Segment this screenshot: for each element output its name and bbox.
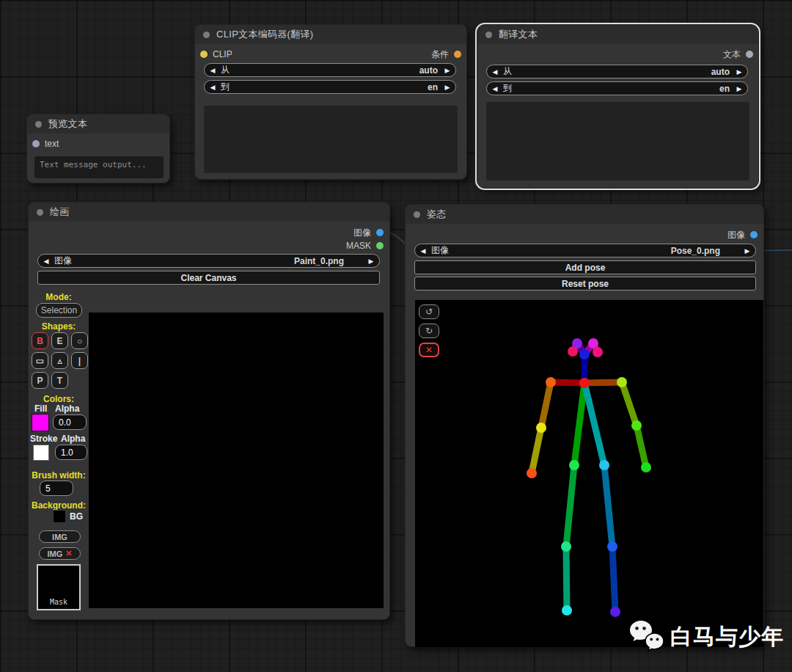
joint-left-knee[interactable]: [561, 541, 571, 552]
node-preview-text[interactable]: 预览文本 text Text message output...: [26, 114, 170, 183]
shape-button-line[interactable]: |: [71, 352, 88, 369]
output-slot-mask[interactable]: MASK: [346, 241, 384, 251]
output-dot-icon[interactable]: [376, 242, 384, 249]
bone: [604, 465, 612, 547]
output-dot-icon[interactable]: [376, 229, 384, 236]
prev-arrow-icon[interactable]: ◀: [487, 85, 503, 92]
joint-right-ear[interactable]: [593, 347, 603, 357]
prev-arrow-icon[interactable]: ◀: [205, 67, 221, 74]
stroke-color-swatch[interactable]: [33, 445, 49, 461]
paint-canvas[interactable]: [89, 313, 384, 608]
node-title-bar[interactable]: 预览文本: [27, 114, 169, 134]
widget-from-language[interactable]: ◀ 从 auto ▶: [204, 63, 456, 77]
output-slot-image[interactable]: 图像: [353, 227, 384, 238]
joint-right-wrist[interactable]: [641, 462, 651, 472]
input-dot-icon[interactable]: [32, 140, 40, 147]
stroke-alpha-input[interactable]: 1.0: [55, 445, 87, 460]
joint-right-eye[interactable]: [588, 338, 598, 348]
joint-right-ankle[interactable]: [610, 607, 620, 617]
joint-left-shoulder[interactable]: [546, 377, 556, 387]
fill-color-swatch[interactable]: [32, 414, 49, 431]
joint-neck[interactable]: [579, 378, 590, 388]
joint-right-shoulder[interactable]: [617, 377, 627, 387]
output-dot-icon[interactable]: [746, 51, 753, 58]
preview-text-area[interactable]: Text message output...: [34, 156, 164, 178]
node-title-bar[interactable]: CLIP文本编码器(翻译): [195, 25, 466, 44]
output-slot-text[interactable]: 文本: [723, 49, 753, 59]
joint-right-hip[interactable]: [599, 460, 609, 470]
shape-button-polygon[interactable]: P: [32, 372, 48, 389]
delete-pose-button[interactable]: ✕: [419, 343, 439, 357]
node-paint[interactable]: 绘画 图像 MASK ◀ 图像 Paint_0.png ▶ Clear Canv…: [28, 202, 390, 620]
mask-thumbnail[interactable]: Mask: [37, 564, 81, 610]
widget-image-file[interactable]: ◀ 图像 Paint_0.png ▶: [37, 254, 380, 268]
prev-arrow-icon[interactable]: ◀: [487, 68, 503, 76]
background-color-swatch[interactable]: [53, 510, 66, 523]
img-load-button[interactable]: IMG: [39, 530, 81, 543]
next-arrow-icon[interactable]: ▶: [363, 258, 379, 265]
clear-canvas-button[interactable]: Clear Canvas: [37, 271, 380, 285]
node-title-bar[interactable]: 姿态: [406, 205, 763, 224]
shape-button-brush[interactable]: B: [32, 332, 48, 349]
bone: [637, 426, 646, 467]
joint-right-knee[interactable]: [607, 541, 617, 552]
node-graph-canvas[interactable]: 预览文本 text Text message output... CLIP文本编…: [0, 0, 792, 672]
shape-button-ellipse[interactable]: E: [51, 332, 68, 349]
prompt-text-area[interactable]: [204, 106, 458, 173]
prev-arrow-icon[interactable]: ◀: [205, 84, 221, 91]
collapse-dot-icon[interactable]: [203, 32, 210, 38]
collapse-dot-icon[interactable]: [485, 32, 492, 38]
next-arrow-icon[interactable]: ▶: [439, 67, 455, 74]
node-title-bar[interactable]: 翻译文本: [477, 25, 758, 44]
shape-button-rectangle[interactable]: ▭: [32, 352, 48, 369]
input-slot-text[interactable]: text: [32, 139, 59, 149]
next-arrow-icon[interactable]: ▶: [731, 68, 747, 76]
widget-to-language[interactable]: ◀ 到 en ▶: [204, 80, 456, 94]
output-dot-icon[interactable]: [750, 231, 758, 238]
collapse-dot-icon[interactable]: [35, 121, 42, 128]
redo-icon: ↻: [425, 326, 433, 336]
widget-to-language[interactable]: ◀ 到 en ▶: [486, 81, 748, 95]
joint-left-ear[interactable]: [568, 346, 578, 357]
next-arrow-icon[interactable]: ▶: [739, 247, 755, 255]
prev-arrow-icon[interactable]: ◀: [415, 247, 431, 255]
node-pose[interactable]: 姿态 图像 ◀ 图像 Pose_0.png ▶ Add pose Reset p…: [405, 204, 764, 647]
joint-left-wrist[interactable]: [527, 468, 537, 478]
shape-button-circle[interactable]: ○: [71, 332, 88, 349]
output-dot-icon[interactable]: [454, 51, 461, 58]
undo-button[interactable]: ↺: [419, 304, 439, 319]
pose-skeleton[interactable]: [415, 300, 763, 647]
joint-right-elbow[interactable]: [631, 420, 642, 431]
input-slot-clip[interactable]: CLIP: [200, 49, 232, 59]
joint-left-ankle[interactable]: [562, 605, 572, 616]
brush-width-label: Brush width:: [29, 470, 89, 481]
translate-text-area[interactable]: [486, 102, 749, 180]
output-slot-image[interactable]: 图像: [727, 230, 758, 240]
shape-button-text[interactable]: T: [51, 372, 68, 389]
next-arrow-icon[interactable]: ▶: [439, 84, 455, 91]
background-label: Background:: [29, 500, 89, 511]
node-clip-text-encoder[interactable]: CLIP文本编码器(翻译) CLIP 条件 ◀ 从 auto ▶ ◀ 到 en …: [194, 24, 467, 180]
mode-selection-button[interactable]: Selection: [36, 303, 82, 318]
img-delete-button[interactable]: IMG ✕: [39, 547, 81, 560]
reset-pose-button[interactable]: Reset pose: [414, 277, 756, 291]
widget-image-file[interactable]: ◀ 图像 Pose_0.png ▶: [414, 244, 756, 258]
fill-alpha-input[interactable]: 0.0: [53, 414, 87, 430]
brush-width-input[interactable]: 5: [40, 481, 73, 496]
next-arrow-icon[interactable]: ▶: [731, 85, 747, 92]
input-dot-icon[interactable]: [200, 51, 208, 58]
joint-nose[interactable]: [579, 349, 590, 359]
redo-button[interactable]: ↻: [419, 324, 439, 338]
collapse-dot-icon[interactable]: [37, 209, 43, 216]
output-slot-condition[interactable]: 条件: [431, 49, 461, 59]
prev-arrow-icon[interactable]: ◀: [38, 258, 54, 265]
pose-canvas[interactable]: ↺ ↻ ✕: [415, 300, 763, 647]
collapse-dot-icon[interactable]: [414, 211, 420, 218]
shape-button-triangle[interactable]: ▵: [51, 352, 68, 369]
joint-left-elbow[interactable]: [536, 423, 546, 433]
joint-left-hip[interactable]: [569, 460, 579, 470]
widget-from-language[interactable]: ◀ 从 auto ▶: [486, 65, 748, 78]
node-translate-text[interactable]: 翻译文本 文本 ◀ 从 auto ▶ ◀ 到 en ▶: [477, 24, 759, 189]
node-title-bar[interactable]: 绘画: [29, 202, 389, 222]
add-pose-button[interactable]: Add pose: [414, 260, 756, 274]
